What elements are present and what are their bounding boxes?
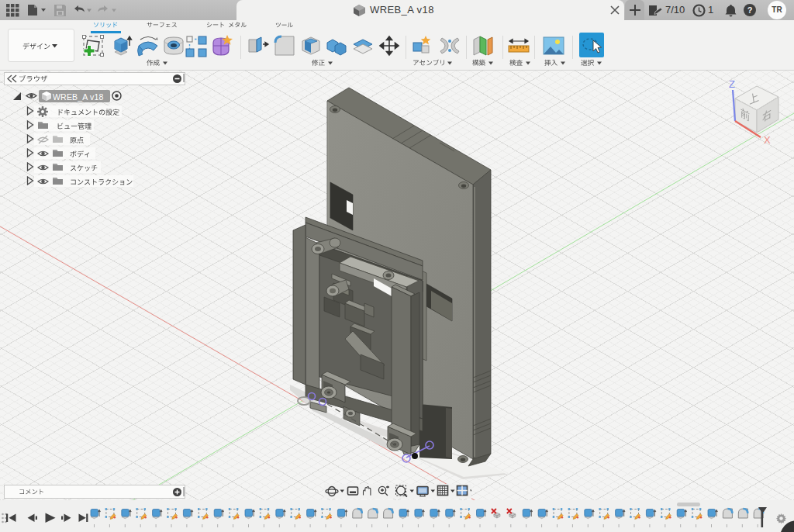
svg-text:?: ?	[747, 5, 753, 15]
svg-text:X: X	[764, 134, 771, 146]
svg-text:Z: Z	[729, 78, 735, 90]
